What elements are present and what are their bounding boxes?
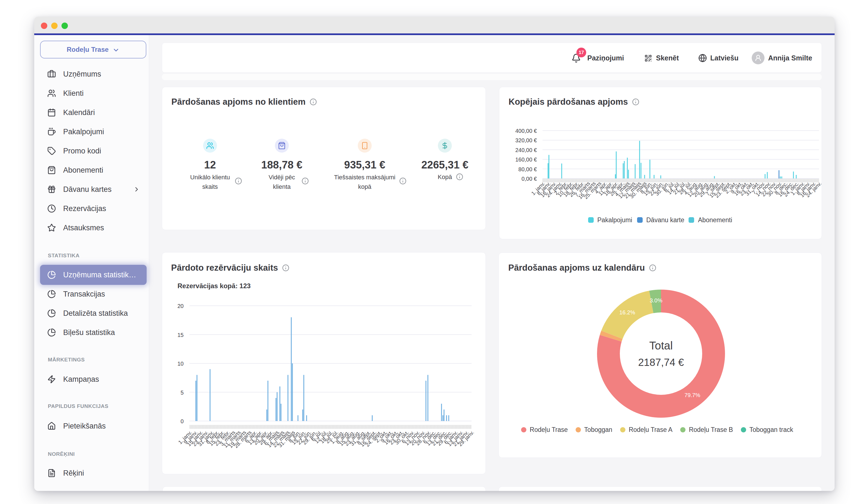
svg-text:Abonementi: Abonementi <box>698 216 732 224</box>
svg-text:79.7%: 79.7% <box>684 392 700 398</box>
svg-text:160,00 €: 160,00 € <box>515 157 537 163</box>
svg-text:240,00 €: 240,00 € <box>515 147 537 153</box>
svg-text:2187,74 €: 2187,74 € <box>638 357 684 368</box>
svg-text:0: 0 <box>180 418 184 424</box>
svg-text:320,00 €: 320,00 € <box>515 137 537 143</box>
svg-text:16.2%: 16.2% <box>619 309 635 315</box>
svg-text:400,00 €: 400,00 € <box>515 128 537 134</box>
svg-text:3.0%: 3.0% <box>650 298 662 303</box>
svg-text:Total: Total <box>649 340 673 352</box>
svg-text:15: 15 <box>177 332 184 338</box>
svg-text:5: 5 <box>180 390 184 396</box>
svg-text:80,00 €: 80,00 € <box>518 166 537 172</box>
svg-text:10: 10 <box>177 361 184 367</box>
svg-text:Pakalpojumi: Pakalpojumi <box>597 216 632 224</box>
svg-text:Dāvanu karte: Dāvanu karte <box>646 216 684 224</box>
svg-text:0,00 €: 0,00 € <box>521 176 537 182</box>
svg-text:20: 20 <box>177 303 184 309</box>
